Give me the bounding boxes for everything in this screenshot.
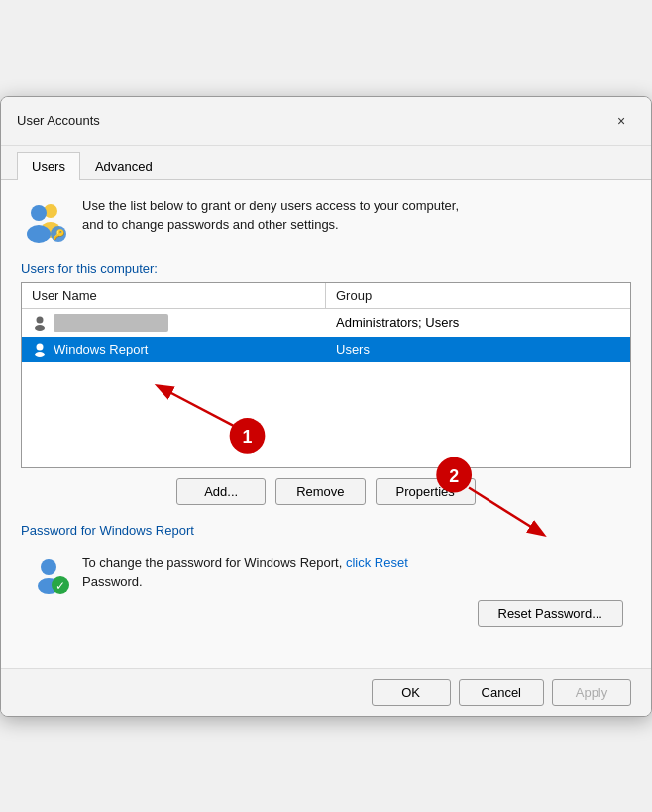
svg-point-6 <box>37 316 44 323</box>
password-description: To change the password for Windows Repor… <box>82 554 623 592</box>
password-inner: ✓ To change the password for Windows Rep… <box>21 546 631 635</box>
user-selected-icon <box>32 342 48 357</box>
column-username: User Name <box>22 283 326 308</box>
user-action-buttons: Add... Remove Properties <box>21 478 631 505</box>
reset-password-button[interactable]: Reset Password... <box>478 600 624 627</box>
user-accounts-dialog: User Accounts × Users Advanced 🔑 <box>0 96 652 717</box>
svg-point-18 <box>41 559 56 575</box>
svg-point-2 <box>31 205 47 221</box>
dialog-title: User Accounts <box>17 113 100 128</box>
table-row[interactable]: hidden Administrators; Users <box>22 309 630 337</box>
password-section: Password for Windows Report ✓ To change … <box>21 523 631 635</box>
dialog-footer: OK Cancel Apply <box>1 668 651 716</box>
title-bar: User Accounts × <box>1 97 651 146</box>
add-button[interactable]: Add... <box>176 478 266 505</box>
table-cell-name: hidden <box>22 309 326 337</box>
info-text: Use the list below to grant or deny user… <box>82 196 459 235</box>
table-cell-name-selected: Windows Report <box>22 337 326 362</box>
tab-advanced[interactable]: Advanced <box>80 152 167 180</box>
table-body: hidden Administrators; Users Windows Rep… <box>22 309 630 467</box>
close-button[interactable]: × <box>607 107 635 135</box>
reset-btn-row: Reset Password... <box>82 600 623 627</box>
table-cell-group: Administrators; Users <box>326 309 630 337</box>
password-text-area: To change the password for Windows Repor… <box>82 554 623 627</box>
tab-users[interactable]: Users <box>17 152 80 180</box>
ok-button[interactable]: OK <box>372 679 451 706</box>
user-table-wrapper: User Name Group hidden Administrat <box>21 282 631 468</box>
cancel-button[interactable]: Cancel <box>459 679 544 706</box>
svg-point-7 <box>35 325 45 331</box>
tab-bar: Users Advanced <box>1 146 651 180</box>
user-row-icon <box>32 315 48 331</box>
reset-link-text: click Reset <box>346 556 408 570</box>
svg-point-3 <box>27 225 51 243</box>
table-row-selected[interactable]: Windows Report Users <box>22 337 630 362</box>
properties-button[interactable]: Properties <box>376 478 476 505</box>
blurred-username: hidden <box>54 314 168 332</box>
table-cell-group-selected: Users <box>326 337 630 362</box>
main-content: 🔑 Use the list below to grant or deny us… <box>1 180 651 668</box>
svg-point-9 <box>35 352 45 357</box>
password-section-label: Password for Windows Report <box>21 523 631 538</box>
users-section-label: Users for this computer: <box>21 261 631 276</box>
user-table: User Name Group hidden Administrat <box>21 282 631 468</box>
svg-text:🔑: 🔑 <box>53 228 65 241</box>
users-icon: 🔑 <box>21 196 68 244</box>
svg-text:✓: ✓ <box>55 579 65 593</box>
remove-button[interactable]: Remove <box>275 478 365 505</box>
table-header: User Name Group <box>22 283 630 309</box>
column-group: Group <box>326 283 630 308</box>
password-icon: ✓ <box>29 554 70 595</box>
svg-point-8 <box>37 343 44 350</box>
info-section: 🔑 Use the list below to grant or deny us… <box>21 196 631 244</box>
apply-button[interactable]: Apply <box>552 679 631 706</box>
